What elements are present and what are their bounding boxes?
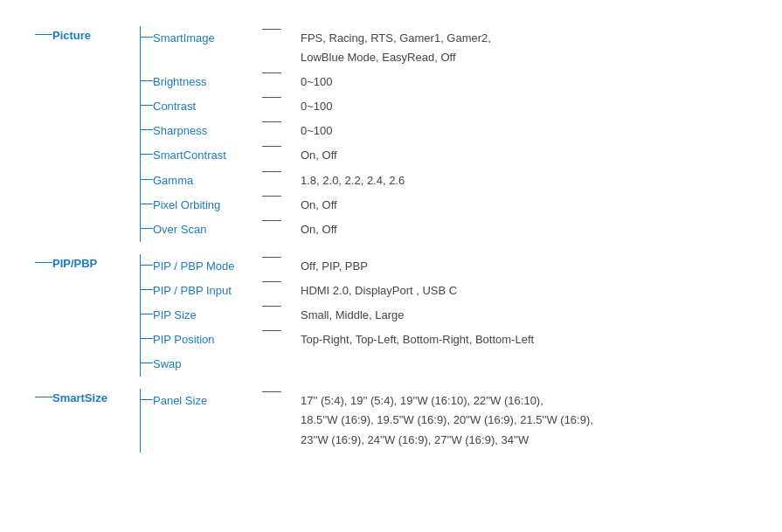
menu-tree: PictureSmartImageFPS, Racing, RTS, Gamer… <box>35 26 747 453</box>
dash-line <box>262 391 281 392</box>
item-label: Gamma <box>153 171 262 190</box>
dash-line <box>262 29 281 30</box>
item-value: Top-Right, Top-Left, Bottom-Right, Botto… <box>301 330 534 349</box>
sub-item-brightness: Brightness0~100 <box>141 70 491 94</box>
item-label: SmartContrast <box>153 146 262 165</box>
item-label: PIP Size <box>153 306 262 325</box>
item-value: HDMI 2.0, DisplayPort , USB C <box>301 281 457 301</box>
item-hline <box>141 204 153 204</box>
item-value: On, Off <box>301 196 337 215</box>
dash-line <box>262 306 281 307</box>
item-hline <box>141 129 153 130</box>
sub-item-pip-pbp-input: PIP / PBP InputHDMI 2.0, DisplayPort , U… <box>141 279 534 303</box>
section-name: Picture <box>52 26 122 45</box>
section-name: PIP/PBP <box>52 254 122 273</box>
item-label: Swap <box>153 355 262 374</box>
item-hline <box>141 314 153 314</box>
sub-item-gamma: Gamma1.8, 2.0, 2.2, 2.4, 2.6 <box>141 169 491 193</box>
section-smartsize: SmartSizePanel Size17'' (5:4), 19'' (5:4… <box>35 389 747 452</box>
section-picture: PictureSmartImageFPS, Racing, RTS, Gamer… <box>35 26 747 242</box>
item-hline <box>141 80 153 81</box>
item-hline <box>141 105 153 106</box>
item-value: 1.8, 2.0, 2.2, 2.4, 2.6 <box>301 171 405 190</box>
sub-item-pip-position: PIP PositionTop-Right, Top-Left, Bottom-… <box>141 328 534 352</box>
sub-item-smartcontrast: SmartContrastOn, Off <box>141 143 491 168</box>
item-label: PIP / PBP Mode <box>153 257 262 276</box>
sub-item-contrast: Contrast0~100 <box>141 94 491 119</box>
sub-item-panel-size: Panel Size17'' (5:4), 19'' (5:4), 19''W … <box>141 389 593 452</box>
item-hline <box>141 338 153 339</box>
dash-line <box>262 196 281 197</box>
item-hline <box>141 265 153 266</box>
dash-line <box>262 330 281 331</box>
item-value: Small, Middle, Large <box>301 306 405 325</box>
item-value: On, Off <box>301 146 337 165</box>
dash-line <box>262 121 281 122</box>
dash-line <box>262 73 281 73</box>
item-label: Pixel Orbiting <box>153 196 262 215</box>
dash-line <box>262 146 281 147</box>
sub-item-smartimage: SmartImageFPS, Racing, RTS, Gamer1, Game… <box>141 26 491 70</box>
item-label: Over Scan <box>153 220 262 239</box>
item-label: Panel Size <box>153 391 262 411</box>
item-label: PIP / PBP Input <box>153 281 262 301</box>
item-hline <box>141 37 153 38</box>
item-hline <box>141 399 153 400</box>
item-label: PIP Position <box>153 330 262 349</box>
item-value: Off, PIP, PBP <box>301 257 368 276</box>
item-hline <box>141 228 153 229</box>
section-hline <box>35 34 52 35</box>
sub-item-swap: Swap <box>141 352 534 377</box>
section-hline <box>35 262 52 263</box>
item-hline <box>141 289 153 290</box>
item-value: 0~100 <box>301 73 333 92</box>
item-hline <box>141 154 153 155</box>
page-container: PictureSmartImageFPS, Racing, RTS, Gamer… <box>26 17 756 466</box>
item-value: On, Off <box>301 220 337 239</box>
sub-item-pixel-orbiting: Pixel OrbitingOn, Off <box>141 193 491 218</box>
sub-item-sharpness: Sharpness0~100 <box>141 119 491 143</box>
item-value: 17'' (5:4), 19'' (5:4), 19''W (16:10), 2… <box>301 391 593 449</box>
sub-item-over-scan: Over ScanOn, Off <box>141 218 491 242</box>
item-value: FPS, Racing, RTS, Gamer1, Gamer2,LowBlue… <box>301 29 491 67</box>
item-value: 0~100 <box>301 97 333 116</box>
item-hline <box>141 363 153 363</box>
sub-item-pip-pbp-mode: PIP / PBP ModeOff, PIP, PBP <box>141 254 534 279</box>
dash-line <box>262 220 281 221</box>
dash-line <box>262 97 281 98</box>
sub-item-pip-size: PIP SizeSmall, Middle, Large <box>141 303 534 328</box>
item-label: Brightness <box>153 73 262 92</box>
dash-line <box>262 281 281 282</box>
dash-line <box>262 257 281 258</box>
section-name: SmartSize <box>52 389 122 408</box>
item-value: 0~100 <box>301 121 333 141</box>
section-hline <box>35 397 52 397</box>
item-label: Sharpness <box>153 121 262 141</box>
item-hline <box>141 179 153 180</box>
item-label: SmartImage <box>153 29 262 48</box>
dash-line <box>262 171 281 172</box>
section-pip-pbp: PIP/PBPPIP / PBP ModeOff, PIP, PBPPIP / … <box>35 254 747 377</box>
item-label: Contrast <box>153 97 262 116</box>
